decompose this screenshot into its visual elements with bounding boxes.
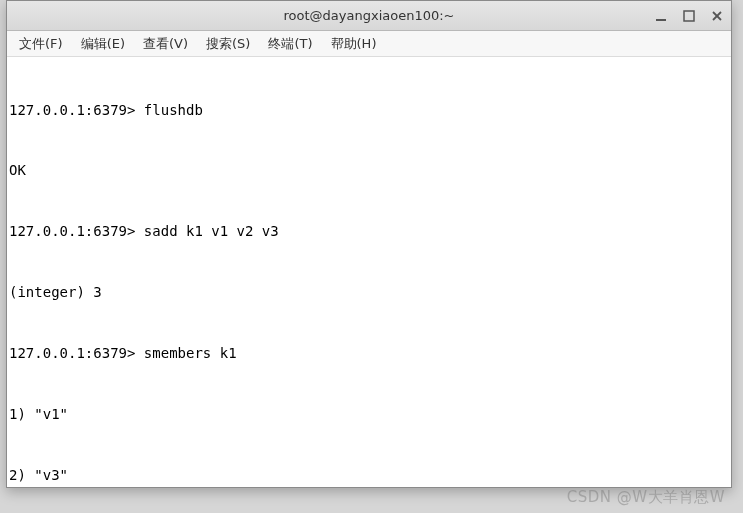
terminal-line: 1) "v1" — [9, 404, 729, 424]
menu-view[interactable]: 查看(V) — [137, 33, 194, 55]
menu-terminal[interactable]: 终端(T) — [262, 33, 318, 55]
terminal-line: 127.0.0.1:6379> smembers k1 — [9, 343, 729, 363]
terminal-window: root@dayangxiaoen100:~ 文件(F) 编辑(E) — [6, 0, 732, 488]
minimize-button[interactable] — [653, 8, 669, 24]
menu-help[interactable]: 帮助(H) — [325, 33, 383, 55]
terminal-line: 127.0.0.1:6379> sadd k1 v1 v2 v3 — [9, 221, 729, 241]
maximize-icon — [683, 10, 695, 22]
terminal-line: 127.0.0.1:6379> flushdb — [9, 100, 729, 120]
menu-bar: 文件(F) 编辑(E) 查看(V) 搜索(S) 终端(T) 帮助(H) — [7, 31, 731, 57]
terminal-line: 2) "v3" — [9, 465, 729, 485]
close-button[interactable] — [709, 8, 725, 24]
maximize-button[interactable] — [681, 8, 697, 24]
svg-rect-0 — [656, 19, 666, 21]
menu-search[interactable]: 搜索(S) — [200, 33, 256, 55]
menu-edit[interactable]: 编辑(E) — [75, 33, 131, 55]
terminal-output[interactable]: 127.0.0.1:6379> flushdb OK 127.0.0.1:637… — [7, 57, 731, 487]
close-icon — [711, 10, 723, 22]
terminal-line: OK — [9, 160, 729, 180]
menu-file[interactable]: 文件(F) — [13, 33, 69, 55]
watermark: CSDN @W大羊肖恩W — [567, 488, 725, 507]
window-title: root@dayangxiaoen100:~ — [284, 8, 455, 23]
title-bar: root@dayangxiaoen100:~ — [7, 1, 731, 31]
minimize-icon — [655, 10, 667, 22]
terminal-line: (integer) 3 — [9, 282, 729, 302]
window-controls — [653, 1, 725, 31]
svg-rect-1 — [684, 11, 694, 21]
